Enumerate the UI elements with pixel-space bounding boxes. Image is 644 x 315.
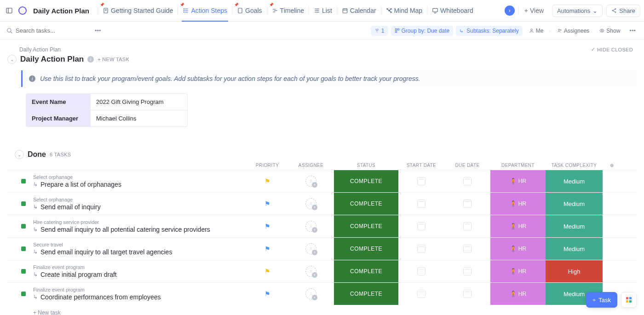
- task-parent[interactable]: Secure travel: [33, 242, 172, 247]
- automations-button[interactable]: Automations ⌄: [552, 5, 603, 17]
- col-due-date[interactable]: DUE DATE: [444, 163, 490, 168]
- add-column-icon[interactable]: ⊕: [603, 163, 621, 168]
- search-more-icon[interactable]: •••: [93, 25, 103, 36]
- task-row[interactable]: Select orphanage ↳ Prepare a list of orp…: [7, 170, 637, 192]
- status-square-icon[interactable]: [21, 224, 26, 229]
- assignee-placeholder-icon[interactable]: [305, 243, 316, 254]
- task-row[interactable]: Finalize event program ↳ Create initial …: [7, 260, 637, 282]
- hide-closed-button[interactable]: ✓ HIDE CLOSED: [591, 46, 633, 52]
- status-cell[interactable]: COMPLETE: [334, 170, 398, 192]
- assignee-cell[interactable]: [288, 283, 334, 305]
- col-complexity[interactable]: TASK COMPLEXITY: [546, 163, 603, 168]
- task-parent[interactable]: Select orphanage: [33, 174, 121, 180]
- task-parent[interactable]: Finalize event program: [33, 287, 161, 292]
- collapse-group-icon[interactable]: ⌄: [15, 150, 24, 159]
- col-start-date[interactable]: START DATE: [398, 163, 444, 168]
- task-title[interactable]: Create initial program draft: [40, 271, 117, 278]
- scroll-tabs-right-icon[interactable]: ›: [505, 6, 515, 16]
- tab-whiteboard[interactable]: Whiteboard: [427, 0, 478, 22]
- sidebar-toggle-icon[interactable]: [4, 5, 15, 16]
- info-icon[interactable]: i: [87, 56, 94, 63]
- fab-task-button[interactable]: + Task: [586, 292, 617, 308]
- assignee-cell[interactable]: [288, 193, 334, 215]
- tab-action-steps[interactable]: 📌 Action Steps: [178, 0, 232, 22]
- start-date-cell[interactable]: [398, 283, 444, 305]
- due-date-cell[interactable]: [444, 170, 490, 192]
- tab-timeline[interactable]: 📌 Timeline: [267, 0, 309, 22]
- col-priority[interactable]: PRIORITY: [247, 163, 288, 168]
- complexity-cell[interactable]: Medium: [546, 238, 603, 260]
- col-department[interactable]: DEPARTMENT: [490, 163, 546, 168]
- breadcrumb[interactable]: Daily Action Plan: [19, 46, 637, 53]
- task-parent[interactable]: Hire catering service provider: [33, 219, 210, 225]
- assignee-cell[interactable]: [288, 238, 334, 260]
- start-date-cell[interactable]: [398, 260, 444, 282]
- assignee-placeholder-icon[interactable]: [305, 266, 316, 277]
- priority-cell[interactable]: ⚑: [247, 260, 288, 282]
- complexity-cell[interactable]: High: [546, 260, 603, 282]
- start-date-cell[interactable]: [398, 238, 444, 260]
- due-date-cell[interactable]: [444, 283, 490, 305]
- assignee-placeholder-icon[interactable]: [305, 288, 316, 299]
- assignees-chip[interactable]: Assignees: [553, 26, 593, 36]
- group-name[interactable]: Done: [28, 150, 46, 159]
- task-row[interactable]: Secure travel ↳ Send email inquiry to al…: [7, 237, 637, 260]
- task-parent[interactable]: Finalize event program: [33, 264, 117, 270]
- department-cell[interactable]: 🧍HR: [490, 170, 546, 192]
- me-chip[interactable]: Me: [525, 26, 547, 36]
- department-cell[interactable]: 🧍HR: [490, 215, 546, 237]
- status-cell[interactable]: COMPLETE: [334, 238, 398, 260]
- due-date-cell[interactable]: [444, 260, 490, 282]
- search-wrap[interactable]: [6, 27, 89, 34]
- assignee-cell[interactable]: [288, 260, 334, 282]
- status-square-icon[interactable]: [21, 292, 26, 296]
- department-cell[interactable]: 🧍HR: [490, 283, 546, 305]
- page-title[interactable]: Daily Action Plan: [30, 5, 92, 17]
- filterbar-more-icon[interactable]: •••: [627, 25, 638, 36]
- fab-apps-button[interactable]: [621, 292, 637, 308]
- priority-cell[interactable]: ⚑: [247, 215, 288, 237]
- task-name-cell[interactable]: Select orphanage ↳ Prepare a list of orp…: [7, 170, 247, 192]
- new-task-row[interactable]: + New task: [7, 305, 637, 315]
- department-cell[interactable]: 🧍HR: [490, 193, 546, 215]
- assignee-cell[interactable]: [288, 170, 334, 192]
- collapse-list-icon[interactable]: ⌄: [7, 55, 17, 64]
- task-parent[interactable]: Select orphanage: [33, 197, 101, 202]
- task-title[interactable]: Coordinate performances from employees: [40, 293, 161, 301]
- tab-list[interactable]: List: [309, 0, 337, 22]
- tab-getting-started[interactable]: 📌 Getting Started Guide: [98, 0, 178, 22]
- status-cell[interactable]: COMPLETE: [334, 283, 398, 305]
- task-title[interactable]: Send email of inquiry: [40, 203, 101, 211]
- tab-mind-map[interactable]: Mind Map: [381, 0, 427, 22]
- search-input[interactable]: [16, 27, 80, 34]
- priority-cell[interactable]: ⚑: [247, 170, 288, 192]
- add-view-button[interactable]: + View: [520, 7, 548, 14]
- status-square-icon[interactable]: [21, 269, 26, 274]
- list-title[interactable]: Daily Action Plan: [20, 55, 84, 64]
- priority-cell[interactable]: ⚑: [247, 238, 288, 260]
- meta-value[interactable]: 2022 Gift Giving Program: [91, 94, 187, 110]
- start-date-cell[interactable]: [398, 215, 444, 237]
- status-cell[interactable]: COMPLETE: [334, 193, 398, 215]
- due-date-cell[interactable]: [444, 193, 490, 215]
- new-task-button[interactable]: + NEW TASK: [98, 57, 129, 62]
- department-cell[interactable]: 🧍HR: [490, 260, 546, 282]
- task-name-cell[interactable]: Select orphanage ↳ Send email of inquiry: [7, 193, 247, 215]
- assignee-placeholder-icon[interactable]: [305, 198, 316, 209]
- status-square-icon[interactable]: [21, 246, 26, 251]
- status-cell[interactable]: COMPLETE: [334, 260, 398, 282]
- meta-value[interactable]: Michael Collins: [91, 110, 187, 126]
- priority-cell[interactable]: ⚑: [247, 193, 288, 215]
- assignee-placeholder-icon[interactable]: [305, 221, 316, 232]
- status-square-icon[interactable]: [21, 201, 26, 206]
- subtasks-chip[interactable]: Subtasks: Separately: [456, 26, 522, 36]
- col-assignee[interactable]: ASSIGNEE: [288, 163, 334, 168]
- task-row[interactable]: Finalize event program ↳ Coordinate perf…: [7, 282, 637, 305]
- filter-chip[interactable]: 1: [371, 26, 388, 36]
- task-title[interactable]: Send email inquiry to all potential cate…: [40, 226, 210, 233]
- department-cell[interactable]: 🧍HR: [490, 238, 546, 260]
- task-name-cell[interactable]: Finalize event program ↳ Coordinate perf…: [7, 283, 247, 305]
- task-title[interactable]: Send email inquiry to all target travel …: [40, 248, 172, 256]
- col-status[interactable]: STATUS: [334, 163, 398, 168]
- tab-goals[interactable]: 📌 Goals: [232, 0, 267, 22]
